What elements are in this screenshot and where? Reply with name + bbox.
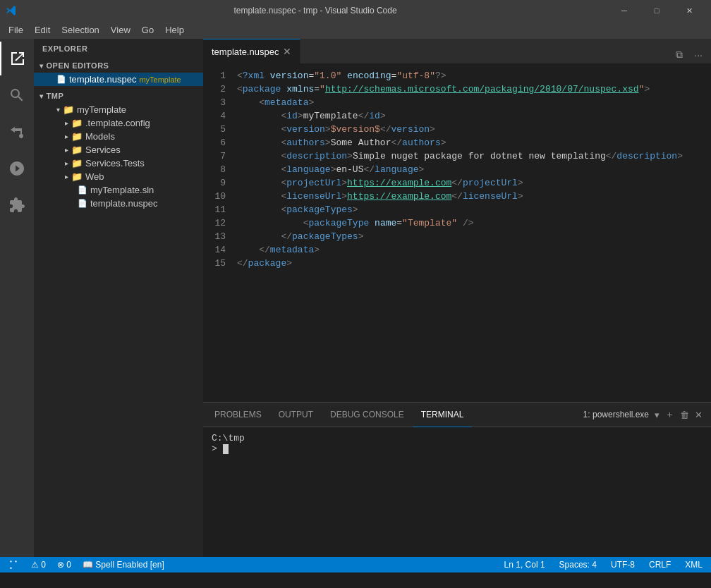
tree-item-myTemplate[interactable]: ▾ 📁 myTemplate bbox=[34, 103, 203, 116]
tab-template-nuspec[interactable]: template.nuspec ✕ bbox=[203, 39, 300, 63]
terminal-tab-problems[interactable]: PROBLEMS bbox=[206, 403, 270, 427]
menubar: File Edit Selection View Go Help bbox=[0, 21, 711, 39]
tree-item-models[interactable]: ▸ 📁 Models bbox=[34, 130, 203, 143]
terminal-tab-terminal[interactable]: TERMINAL bbox=[413, 403, 473, 427]
code-editor[interactable]: 1 2 3 4 5 6 7 8 9 10 11 12 13 14 15 <?xm… bbox=[203, 63, 711, 402]
tree-arrow-services-tests: ▸ bbox=[65, 159, 68, 167]
terminal-tab-debug-console[interactable]: DEBUG CONSOLE bbox=[322, 403, 413, 427]
terminal-content[interactable]: C:\tmp > bbox=[203, 427, 711, 557]
status-git-branch[interactable] bbox=[6, 560, 23, 570]
status-encoding[interactable]: UTF-8 bbox=[608, 560, 638, 570]
tree-arrow-template-config: ▸ bbox=[65, 119, 68, 127]
content-area: Explorer ▾ Open Editors 📄 template.nuspe… bbox=[0, 39, 711, 557]
activity-git[interactable] bbox=[0, 115, 34, 149]
folder-icon-models: 📁 bbox=[71, 131, 83, 142]
tree-label-services: Services bbox=[85, 145, 121, 155]
terminal-prompt-line: C:\tmp bbox=[212, 433, 703, 443]
terminal-tab-right-controls: 1: powershell.exe ▾ ＋ 🗑 ✕ bbox=[583, 408, 708, 421]
titlebar: template.nuspec - tmp - Visual Studio Co… bbox=[0, 0, 711, 21]
tree-label-sln: myTemplate.sln bbox=[90, 185, 154, 195]
terminal-cursor bbox=[223, 444, 229, 454]
statusbar: ⚠ 0 ⊗ 0 📖 Spell Enabled [en] Ln 1, Col 1… bbox=[0, 557, 711, 572]
tab-filename: template.nuspec bbox=[212, 47, 279, 57]
menu-go[interactable]: Go bbox=[136, 23, 159, 37]
tree-arrow-myTemplate: ▾ bbox=[56, 106, 60, 114]
window-title: template.nuspec - tmp - Visual Studio Co… bbox=[23, 6, 608, 16]
open-editor-filename: template.nuspec bbox=[69, 74, 136, 85]
open-editors-section[interactable]: ▾ Open Editors bbox=[34, 59, 203, 73]
tree-label-models: Models bbox=[85, 131, 115, 142]
menu-edit[interactable]: Edit bbox=[29, 23, 56, 37]
status-errors[interactable]: ⊗ 0 bbox=[54, 560, 74, 570]
file-icon: 📄 bbox=[56, 75, 66, 84]
code-content[interactable]: <?xml version="1.0" encoding="utf-8"?> <… bbox=[231, 63, 711, 402]
menu-view[interactable]: View bbox=[105, 23, 136, 37]
status-line-ending[interactable]: CRLF bbox=[646, 560, 674, 570]
terminal-cursor-line: > bbox=[212, 443, 703, 454]
terminal-add-icon[interactable]: ＋ bbox=[665, 408, 674, 421]
minimize-button[interactable]: ─ bbox=[608, 0, 640, 21]
open-editors-label: Open Editors bbox=[47, 61, 109, 70]
more-actions-icon[interactable]: ··· bbox=[691, 47, 705, 63]
tree-item-services[interactable]: ▸ 📁 Services bbox=[34, 143, 203, 157]
status-spell[interactable]: 📖 Spell Enabled [en] bbox=[80, 560, 167, 570]
folder-icon-services-tests: 📁 bbox=[71, 158, 83, 169]
tree-label-services-tests: Services.Tests bbox=[85, 158, 145, 169]
tmp-section[interactable]: ▾ TMP bbox=[34, 89, 203, 103]
tree-item-nuspec[interactable]: 📄 template.nuspec bbox=[34, 197, 203, 210]
activity-debug[interactable] bbox=[0, 152, 34, 185]
terminal-shell-dropdown[interactable]: ▾ bbox=[655, 410, 660, 420]
activity-explorer[interactable] bbox=[0, 42, 34, 75]
window-controls: ─ □ ✕ bbox=[608, 0, 705, 21]
tab-actions: ⧉ ··· bbox=[667, 46, 711, 63]
maximize-button[interactable]: □ bbox=[640, 0, 673, 21]
tree-item-sln[interactable]: 📄 myTemplate.sln bbox=[34, 183, 203, 197]
sidebar: Explorer ▾ Open Editors 📄 template.nuspe… bbox=[34, 39, 203, 557]
tree-label-nuspec: template.nuspec bbox=[90, 198, 157, 209]
tree-label-myTemplate: myTemplate bbox=[77, 104, 126, 115]
tab-close-icon[interactable]: ✕ bbox=[283, 46, 291, 57]
split-editor-icon[interactable]: ⧉ bbox=[673, 46, 686, 63]
tmp-chevron: ▾ bbox=[40, 92, 44, 100]
vscode-icon bbox=[6, 5, 17, 16]
editor-area: template.nuspec ✕ ⧉ ··· 1 2 3 4 5 6 7 bbox=[203, 39, 711, 557]
folder-icon-myTemplate: 📁 bbox=[63, 104, 74, 115]
file-icon-nuspec: 📄 bbox=[78, 199, 87, 208]
close-button[interactable]: ✕ bbox=[673, 0, 705, 21]
tree-item-web[interactable]: ▸ 📁 Web bbox=[34, 170, 203, 183]
line-numbers: 1 2 3 4 5 6 7 8 9 10 11 12 13 14 15 bbox=[203, 63, 231, 402]
file-icon-sln: 📄 bbox=[78, 185, 87, 195]
folder-icon-services: 📁 bbox=[71, 145, 83, 155]
terminal-area: PROBLEMS OUTPUT DEBUG CONSOLE TERMINAL 1… bbox=[203, 402, 711, 557]
status-warnings[interactable]: ⚠ 0 bbox=[28, 560, 49, 570]
sidebar-title: Explorer bbox=[34, 39, 203, 59]
menu-file[interactable]: File bbox=[3, 23, 29, 37]
status-language[interactable]: XML bbox=[682, 560, 705, 570]
statusbar-left: ⚠ 0 ⊗ 0 📖 Spell Enabled [en] bbox=[6, 560, 167, 570]
terminal-close-icon[interactable]: ✕ bbox=[695, 410, 703, 420]
activity-search[interactable] bbox=[0, 78, 34, 112]
menu-help[interactable]: Help bbox=[159, 23, 190, 37]
open-editor-item[interactable]: 📄 template.nuspec myTemplate bbox=[34, 73, 203, 86]
open-editor-badge: myTemplate bbox=[139, 75, 181, 84]
terminal-shell-name: 1: powershell.exe bbox=[583, 410, 649, 419]
tree-arrow-models: ▸ bbox=[65, 133, 68, 140]
tree-item-services-tests[interactable]: ▸ 📁 Services.Tests bbox=[34, 157, 203, 170]
folder-icon-web: 📁 bbox=[71, 171, 83, 182]
tree-label-web: Web bbox=[85, 171, 104, 182]
open-editors-chevron: ▾ bbox=[40, 62, 44, 70]
main-container: Explorer ▾ Open Editors 📄 template.nuspe… bbox=[0, 39, 711, 572]
status-spaces[interactable]: Spaces: 4 bbox=[557, 560, 600, 570]
status-cursor-position[interactable]: Ln 1, Col 1 bbox=[502, 560, 548, 570]
tree-item-template-config[interactable]: ▸ 📁 .template.config bbox=[34, 116, 203, 130]
tabs-bar: template.nuspec ✕ ⧉ ··· bbox=[203, 39, 711, 63]
terminal-tabs: PROBLEMS OUTPUT DEBUG CONSOLE TERMINAL 1… bbox=[203, 403, 711, 427]
tree-arrow-services: ▸ bbox=[65, 146, 68, 154]
terminal-trash-icon[interactable]: 🗑 bbox=[680, 410, 689, 420]
menu-selection[interactable]: Selection bbox=[56, 23, 104, 37]
folder-icon-template-config: 📁 bbox=[71, 118, 83, 128]
tree-arrow-web: ▸ bbox=[65, 173, 68, 180]
activity-extensions[interactable] bbox=[0, 188, 34, 222]
terminal-tab-output[interactable]: OUTPUT bbox=[270, 403, 322, 427]
tmp-label: TMP bbox=[47, 92, 64, 100]
